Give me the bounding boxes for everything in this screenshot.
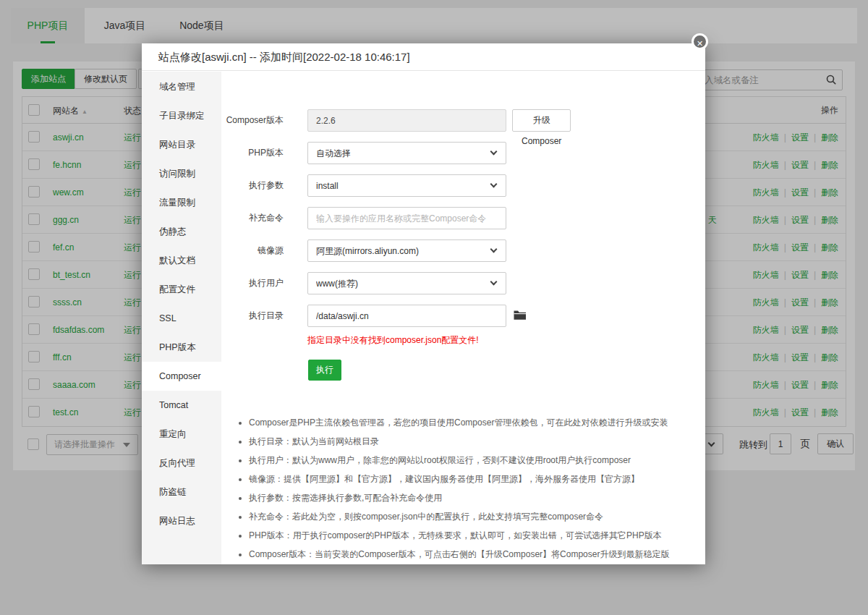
page-background: PHP项目 Java项目 Node项目 添加站点 修改默认页 bbox=[0, 0, 868, 615]
help-item: 执行参数：按需选择执行参数,可配合补充命令使用 bbox=[249, 488, 694, 507]
help-item: PHP版本：用于执行composer的PHP版本，无特殊要求，默认即可，如安装出… bbox=[249, 526, 694, 545]
sidebar-item-tomcat[interactable]: Tomcat bbox=[142, 391, 221, 420]
sidebar-item-sitedir[interactable]: 网站目录 bbox=[142, 130, 221, 159]
modal-sidebar: 域名管理 子目录绑定 网站目录 访问限制 流量限制 伪静态 默认文档 配置文件 … bbox=[142, 72, 221, 564]
composer-version-label: Composer版本 bbox=[221, 109, 284, 132]
extra-command-label: 补充命令 bbox=[221, 207, 284, 229]
exec-dir-input[interactable] bbox=[307, 305, 506, 327]
sidebar-item-config-file[interactable]: 配置文件 bbox=[142, 275, 221, 304]
sidebar-item-access-limit[interactable]: 访问限制 bbox=[142, 159, 221, 188]
modal-title: 站点修改[aswji.cn] -- 添加时间[2022-02-18 10:46:… bbox=[142, 43, 705, 71]
sidebar-item-php-version[interactable]: PHP版本 bbox=[142, 333, 221, 362]
composer-json-error-message: 指定目录中没有找到composer.json配置文件! bbox=[307, 334, 479, 347]
php-version-select[interactable]: 自动选择 bbox=[307, 142, 506, 164]
sidebar-item-subdir[interactable]: 子目录绑定 bbox=[142, 101, 221, 130]
site-edit-modal: 站点修改[aswji.cn] -- 添加时间[2022-02-18 10:46:… bbox=[142, 43, 705, 564]
upgrade-composer-button[interactable]: 升级Composer bbox=[512, 109, 571, 132]
exec-params-label: 执行参数 bbox=[221, 174, 284, 197]
exec-dir-label: 执行目录 bbox=[221, 305, 284, 327]
sidebar-item-hotlink[interactable]: 防盗链 bbox=[142, 478, 221, 506]
sidebar-item-site-log[interactable]: 网站日志 bbox=[142, 506, 221, 535]
composer-help-list: Composer是PHP主流依赖包管理器，若您的项目使用Composer管理依赖… bbox=[239, 413, 694, 564]
help-item: 执行用户：默认为www用户，除非您的网站以root权限运行，否则不建议使用roo… bbox=[249, 451, 694, 470]
sidebar-item-rewrite[interactable]: 伪静态 bbox=[142, 217, 221, 246]
help-item: 补充命令：若此处为空，则按composer.json中的配置执行，此处支持填写完… bbox=[249, 507, 694, 526]
exec-user-label: 执行用户 bbox=[221, 272, 284, 294]
sidebar-item-default-doc[interactable]: 默认文档 bbox=[142, 246, 221, 275]
sidebar-item-traffic-limit[interactable]: 流量限制 bbox=[142, 188, 221, 217]
exec-params-select[interactable]: install bbox=[307, 174, 506, 197]
help-item: 镜像源：提供【阿里源】和【官方源】，建议国内服务器使用【阿里源】，海外服务器使用… bbox=[249, 470, 694, 488]
mirror-label: 镜像源 bbox=[221, 239, 284, 262]
exec-user-select[interactable]: www(推荐) bbox=[307, 272, 506, 294]
extra-command-input[interactable] bbox=[307, 207, 506, 229]
help-item: 执行目录：默认为当前网站根目录 bbox=[249, 432, 694, 451]
execute-button[interactable]: 执行 bbox=[308, 360, 341, 381]
help-item: Composer版本：当前安装的Composer版本，可点击右侧的【升级Comp… bbox=[249, 545, 694, 564]
php-version-label: PHP版本 bbox=[221, 142, 284, 164]
close-icon[interactable]: ✕ bbox=[692, 33, 708, 50]
sidebar-item-domain[interactable]: 域名管理 bbox=[142, 72, 221, 101]
sidebar-item-ssl[interactable]: SSL bbox=[142, 304, 221, 333]
help-item: Composer是PHP主流依赖包管理器，若您的项目使用Composer管理依赖… bbox=[249, 413, 694, 432]
composer-panel: Composer版本 升级Composer PHP版本 自动选择 执行参数 bbox=[221, 72, 705, 564]
composer-version-value bbox=[307, 109, 506, 132]
sidebar-item-composer[interactable]: Composer bbox=[142, 362, 221, 391]
sidebar-item-redirect[interactable]: 重定向 bbox=[142, 420, 221, 449]
folder-icon[interactable] bbox=[514, 310, 527, 323]
mirror-select[interactable]: 阿里源(mirrors.aliyun.com) bbox=[307, 239, 506, 262]
sidebar-item-reverse-proxy[interactable]: 反向代理 bbox=[142, 449, 221, 478]
